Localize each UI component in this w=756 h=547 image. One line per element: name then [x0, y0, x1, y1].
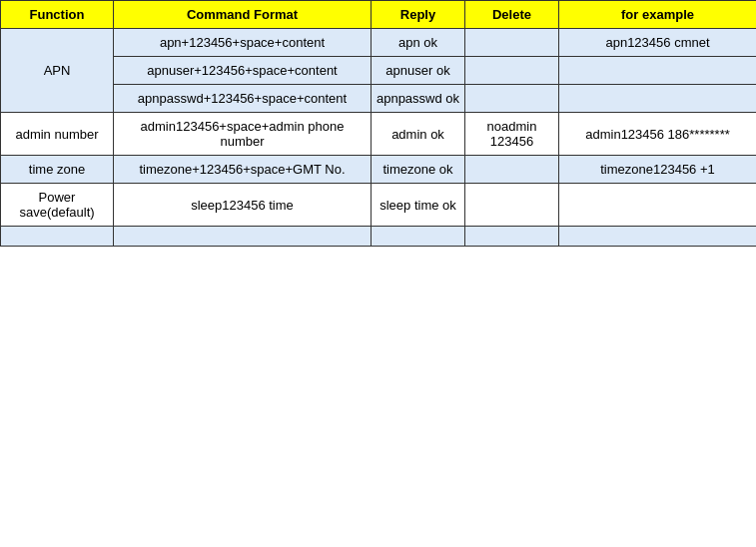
header-example: for example — [559, 1, 757, 29]
cell-command: apnpasswd+123456+space+content — [114, 85, 372, 113]
cell-empty — [114, 227, 372, 247]
cell-command: apn+123456+space+content — [114, 29, 372, 57]
cell-delete — [465, 57, 559, 85]
cell-example — [559, 184, 757, 227]
cell-reply: timezone ok — [372, 156, 465, 184]
cell-delete: noadmin 123456 — [465, 113, 559, 156]
cell-command: apnuser+123456+space+content — [114, 57, 372, 85]
table-row: admin numberadmin123456+space+admin phon… — [1, 113, 757, 156]
table-row-empty — [1, 227, 757, 247]
cell-delete — [465, 85, 559, 113]
header-function: Function — [1, 1, 114, 29]
table-row: apnuser+123456+space+contentapnuser ok — [1, 57, 757, 85]
cell-command: timezone+123456+space+GMT No. — [114, 156, 372, 184]
cell-reply: apn ok — [372, 29, 465, 57]
cell-empty — [1, 227, 114, 247]
cell-command: sleep123456 time — [114, 184, 372, 227]
table-row: time zonetimezone+123456+space+GMT No.ti… — [1, 156, 757, 184]
table-row: Power save(default)sleep123456 timesleep… — [1, 184, 757, 227]
header-reply: Reply — [372, 1, 465, 29]
cell-empty — [465, 227, 559, 247]
cell-reply: apnuser ok — [372, 57, 465, 85]
cell-command: admin123456+space+admin phone number — [114, 113, 372, 156]
table-row: APNapn+123456+space+contentapn okapn1234… — [1, 29, 757, 57]
cell-delete — [465, 29, 559, 57]
cell-reply: sleep time ok — [372, 184, 465, 227]
cell-function: time zone — [1, 156, 114, 184]
cell-function: APN — [1, 29, 114, 113]
table-row: apnpasswd+123456+space+contentapnpasswd … — [1, 85, 757, 113]
cell-function: Power save(default) — [1, 184, 114, 227]
cell-delete — [465, 156, 559, 184]
cell-example — [559, 57, 757, 85]
cell-function: admin number — [1, 113, 114, 156]
cell-example: timezone123456 +1 — [559, 156, 757, 184]
cell-empty — [372, 227, 465, 247]
cell-example — [559, 85, 757, 113]
table-header: Function Command Format Reply Delete for… — [1, 1, 757, 29]
cell-empty — [559, 227, 757, 247]
cell-example: admin123456 186******** — [559, 113, 757, 156]
cell-example: apn123456 cmnet — [559, 29, 757, 57]
header-command: Command Format — [114, 1, 372, 29]
cell-reply: admin ok — [372, 113, 465, 156]
cell-delete — [465, 184, 559, 227]
cell-reply: apnpasswd ok — [372, 85, 465, 113]
header-delete: Delete — [465, 1, 559, 29]
